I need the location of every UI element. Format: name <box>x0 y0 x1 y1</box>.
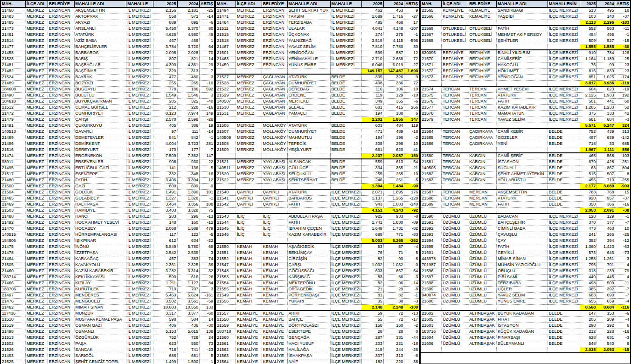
cell-belediye[interactable]: ALTINBAŞAK <box>468 310 497 316</box>
cell-artis[interactable]: -32 <box>200 268 215 274</box>
cell-artis[interactable]: 17 <box>404 20 420 26</box>
cell-2025[interactable]: 2.570 <box>153 117 177 123</box>
cell-mahalle-tip[interactable]: İL MERKEZİ <box>330 32 362 38</box>
cell-mah-code[interactable]: 21588 <box>420 195 441 201</box>
cell-2025[interactable]: 612 <box>153 238 177 244</box>
cell-2024[interactable]: 244 <box>383 347 404 353</box>
cell-mahalle-tip[interactable]: İLÇE MERKEZİ <box>330 195 362 201</box>
cell-ilce-adi[interactable]: KEMAH <box>236 262 262 268</box>
cell-mahalle-adi[interactable]: GENÇAĞA <box>287 335 330 341</box>
cell-ilce-adi[interactable]: MERKEZ <box>25 353 48 359</box>
cell-ilce-adi[interactable]: MERKEZ <box>25 141 48 147</box>
cell-artis[interactable]: -1 <box>615 32 631 38</box>
cell-ilce-adi[interactable]: MERKEZ <box>25 201 48 207</box>
cell-ilce-adi[interactable]: MERKEZ <box>236 165 262 171</box>
cell-mahalle-adi[interactable]: SÜLEYMANLI <box>497 341 548 347</box>
cell-belediye[interactable]: KEMALİYE <box>262 359 287 364</box>
cell-ilce-adi[interactable]: MERKEZ <box>25 256 48 262</box>
cell-mahalle-tip[interactable]: BELDE <box>548 316 580 323</box>
cell-artis[interactable]: 46 <box>200 32 215 38</box>
cell-2025[interactable]: 718 <box>153 347 177 353</box>
subtotal-2025[interactable]: 1.555 <box>580 44 596 50</box>
cell-2024[interactable]: 639 <box>597 135 615 141</box>
cell-mah-code[interactable]: 21568 <box>420 38 441 44</box>
cell-mahalle-adi[interactable]: İBRAHİM ÇEÇEN <box>287 226 330 232</box>
cell-2025[interactable]: 103 <box>580 14 596 20</box>
cell-mah-code[interactable]: 21569 <box>420 26 441 32</box>
cell-artis[interactable]: -54 <box>404 159 420 165</box>
cell-artis[interactable]: -28 <box>200 117 215 123</box>
col-header-mahalle-adi[interactable]: MAHALLE ADI <box>287 0 330 7</box>
cell-mahalle-tip[interactable]: İL MERKEZİ <box>126 250 153 256</box>
cell-artis[interactable]: 72 <box>404 80 420 86</box>
cell-empty[interactable] <box>330 153 362 159</box>
cell-ilce-adi[interactable]: MERKEZ <box>236 80 262 86</box>
cell-belediye[interactable]: ERZİNCAN <box>262 38 287 44</box>
cell-empty[interactable] <box>442 80 468 86</box>
cell-mahalle-adi[interactable]: ŞEHİT AHMET AYTEKİN <box>497 171 548 177</box>
cell-mah-code[interactable]: 21548 <box>215 268 236 274</box>
cell-mah-code[interactable]: 140511 <box>215 165 236 171</box>
cell-ilce-adi[interactable]: KEMAH <box>236 280 262 286</box>
cell-mahalle-adi[interactable]: GÜLLÜCE <box>287 165 330 171</box>
cell-mah-code[interactable]: 21571 <box>420 62 441 68</box>
subtotal-2025[interactable]: 3.817 <box>580 80 596 86</box>
cell-2024[interactable]: 821 <box>177 56 200 62</box>
cell-artis[interactable]: -5 <box>404 177 420 183</box>
cell-artis[interactable]: -13 <box>200 213 215 220</box>
cell-mahalle-tip[interactable]: İLÇE MERKEZİ <box>548 256 580 262</box>
cell-2025[interactable]: 5.849 <box>153 244 177 250</box>
cell-empty[interactable] <box>497 207 548 213</box>
cell-belediye[interactable]: YAYLABAŞI <box>262 177 287 183</box>
cell-2025[interactable]: 241 <box>580 232 596 238</box>
cell-mah-code[interactable]: 21516 <box>0 147 25 153</box>
cell-ilce-adi[interactable]: MERKEZ <box>25 7 48 14</box>
cell-mahalle-tip[interactable]: İLÇE MERKEZİ <box>330 292 362 298</box>
cell-mahalle-tip[interactable]: İL MERKEZİ <box>330 62 362 68</box>
subtotal-2025[interactable]: 5.571 <box>580 123 596 129</box>
cell-artis[interactable]: -25 <box>615 56 631 62</box>
cell-2024[interactable]: 325 <box>177 98 200 104</box>
cell-mah-code[interactable]: 21591 <box>420 220 441 226</box>
cell-belediye[interactable]: ERZİNCAN <box>48 323 74 329</box>
cell-ilce-adi[interactable]: MERKEZ <box>25 129 48 135</box>
cell-mahalle-adi[interactable]: HACI YUSUF <box>287 341 330 347</box>
cell-mahalle-adi[interactable]: MAMAHATUN <box>497 110 548 117</box>
cell-2024[interactable]: 355 <box>383 98 404 104</box>
cell-ilce-adi[interactable]: MERKEZ <box>25 292 48 298</box>
cell-empty[interactable] <box>420 304 441 310</box>
cell-ilce-adi[interactable]: MERKEZ <box>236 98 262 104</box>
cell-ilce-adi[interactable]: MERKEZ <box>25 298 48 304</box>
cell-mah-code[interactable]: 21514 <box>0 38 25 44</box>
cell-belediye[interactable]: TERCAN <box>468 110 497 117</box>
cell-2025[interactable]: 889 <box>153 20 177 26</box>
cell-mah-code[interactable]: 21541 <box>215 195 236 201</box>
cell-2024[interactable]: 741 <box>177 347 200 353</box>
cell-mahalle-tip[interactable]: İL MERKEZİ <box>330 14 362 20</box>
cell-artis[interactable]: 1 <box>200 38 215 44</box>
cell-2025[interactable]: 851 <box>580 74 596 80</box>
cell-2024[interactable]: 3.377 <box>177 310 200 316</box>
cell-mahalle-adi[interactable]: BAHÇE <box>287 316 330 323</box>
subtotal-artis[interactable]: 324 <box>615 123 631 129</box>
cell-belediye[interactable]: ERZİNCAN <box>48 159 74 165</box>
cell-ilce-adi[interactable]: TERCAN <box>442 98 468 104</box>
cell-mah-code[interactable]: 21592 <box>420 226 441 232</box>
cell-2025[interactable]: 116 <box>362 86 383 92</box>
cell-ilce-adi[interactable]: ÜZÜMLÜ <box>442 213 468 220</box>
cell-2024[interactable]: 4.115 <box>383 38 404 44</box>
cell-mahalle-tip[interactable]: İL MERKEZİ <box>126 56 153 62</box>
cell-mahalle-tip[interactable]: İL MERKEZİ <box>126 195 153 201</box>
cell-mahalle-tip[interactable]: BELDE <box>330 110 362 117</box>
cell-mahalle-adi[interactable]: ÇAVUŞLU <box>497 232 548 238</box>
cell-belediye[interactable]: REFAHİYE <box>468 62 497 68</box>
cell-artis[interactable]: -8 <box>404 286 420 292</box>
cell-2025[interactable]: 55 <box>362 316 383 323</box>
cell-2024[interactable]: 298 <box>383 141 404 147</box>
cell-mahalle-tip[interactable]: İL MERKEZİ <box>126 329 153 335</box>
cell-2024[interactable]: 634 <box>177 238 200 244</box>
cell-belediye[interactable]: ÜZÜMLÜ <box>468 256 497 262</box>
cell-2025[interactable]: 370 <box>580 220 596 226</box>
cell-mahalle-adi[interactable]: HÜRREMPALANGASI <box>74 232 126 238</box>
cell-mahalle-adi[interactable]: İNÖNÜ <box>74 244 126 250</box>
